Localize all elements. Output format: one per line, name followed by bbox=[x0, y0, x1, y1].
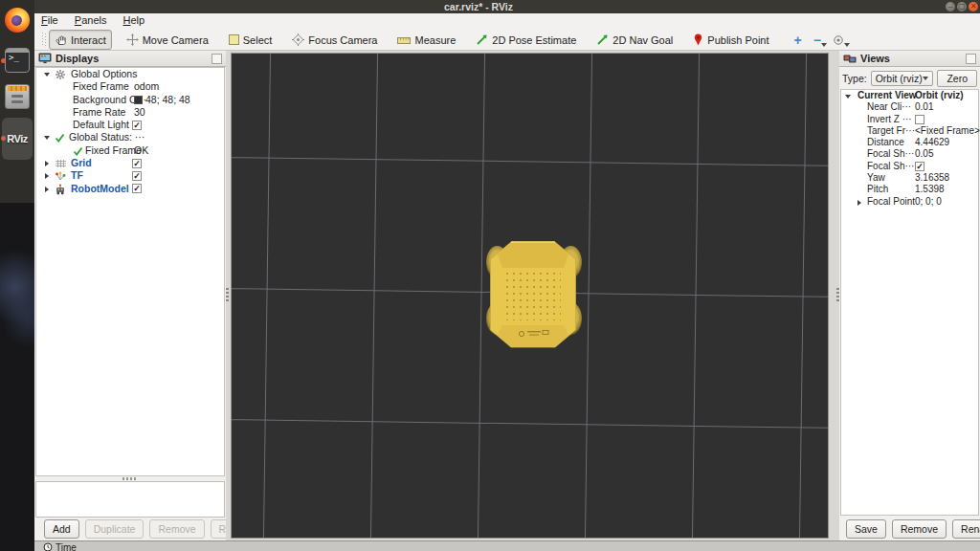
expander-open-icon[interactable] bbox=[44, 73, 50, 77]
publish-point-tool-button[interactable]: Publish Point bbox=[687, 30, 774, 50]
row-value[interactable]: <Fixed Frame> bbox=[915, 125, 980, 137]
checkbox[interactable]: ✓ bbox=[132, 171, 142, 181]
terminal-icon[interactable]: >_ bbox=[5, 48, 30, 73]
row-value[interactable]: 0; 0; 0 bbox=[915, 196, 942, 208]
gear-icon bbox=[55, 69, 66, 80]
display-row-global-status[interactable]: Global Status: ··· bbox=[36, 131, 224, 143]
view-row-target-frame[interactable]: Target Fr··· <Fixed Frame> bbox=[841, 125, 978, 137]
select-tool-button[interactable]: Select bbox=[223, 30, 278, 50]
display-row-fixed-frame[interactable]: Fixed Frame odom bbox=[36, 80, 224, 93]
toolbar-drag-handle[interactable] bbox=[42, 33, 46, 47]
panel-splitter-handle[interactable] bbox=[122, 477, 138, 480]
expander-open-icon[interactable] bbox=[845, 95, 851, 99]
time-panel[interactable]: Time bbox=[34, 540, 980, 551]
nav-goal-tool-button[interactable]: 2D Nav Goal bbox=[590, 30, 679, 50]
row-value[interactable]: 0.01 bbox=[915, 101, 933, 113]
checkbox[interactable] bbox=[915, 115, 924, 124]
row-value[interactable]: 0.05 bbox=[915, 148, 933, 160]
interact-tool-button[interactable]: Interact bbox=[49, 30, 112, 50]
checkbox[interactable]: ✓ bbox=[132, 121, 142, 130]
type-label: Type: bbox=[842, 73, 867, 84]
row-value[interactable]: 30 bbox=[134, 106, 145, 119]
display-row-frame-rate[interactable]: Frame Rate 30 bbox=[36, 106, 224, 119]
view-row-current-view[interactable]: Current View Orbit (rviz) bbox=[841, 90, 978, 101]
checkbox[interactable]: ✓ bbox=[132, 159, 142, 168]
chevron-down-icon bbox=[844, 43, 850, 47]
remove-view-button[interactable]: Remove bbox=[892, 519, 947, 539]
pose-estimate-tool-button[interactable]: 2D Pose Estimate bbox=[470, 30, 582, 50]
panel-float-button[interactable] bbox=[966, 54, 976, 64]
zero-button[interactable]: Zero bbox=[937, 70, 977, 87]
view-row-focal-shape-fixed[interactable]: Focal Sh··· ✓ bbox=[841, 161, 978, 172]
panel-float-button[interactable] bbox=[212, 54, 222, 64]
view-row-distance[interactable]: Distance 4.44629 bbox=[841, 137, 978, 148]
remove-tool-button[interactable]: − bbox=[811, 31, 824, 49]
expander-open-icon[interactable] bbox=[44, 136, 50, 140]
view-row-near-clip[interactable]: Near Cli··· 0.01 bbox=[841, 101, 978, 113]
view-row-focal-shape-size[interactable]: Focal Sh··· 0.05 bbox=[841, 148, 978, 160]
3d-viewport[interactable] bbox=[231, 53, 829, 539]
checkbox[interactable]: ✓ bbox=[915, 162, 924, 171]
terminal-glyph: >_ bbox=[9, 53, 19, 62]
views-panel-title: Views bbox=[860, 53, 890, 64]
row-value[interactable]: 48; 48; 48 bbox=[145, 94, 190, 106]
views-panel: Views Type: Orbit (rviz) Zero Current Vi… bbox=[839, 51, 980, 538]
archive-manager-icon[interactable] bbox=[5, 84, 30, 109]
nav-goal-label: 2D Nav Goal bbox=[612, 34, 673, 46]
view-type-select[interactable]: Orbit (rviz) bbox=[871, 71, 934, 86]
display-row-background-color[interactable]: Background C··· 48; 48; 48 bbox=[36, 94, 224, 106]
row-name: Distance bbox=[867, 137, 904, 148]
view-row-focal-point[interactable]: Focal Point 0; 0; 0 bbox=[841, 196, 978, 208]
row-value[interactable]: 3.16358 bbox=[915, 172, 949, 184]
left-splitter-handle[interactable] bbox=[226, 288, 229, 301]
displays-panel-title: Displays bbox=[56, 53, 99, 64]
expander-closed-icon[interactable] bbox=[45, 161, 49, 166]
maximize-button[interactable]: ▢ bbox=[957, 2, 967, 11]
save-view-button[interactable]: Save bbox=[846, 519, 886, 539]
measure-tool-button[interactable]: Measure bbox=[391, 30, 461, 50]
move-camera-tool-button[interactable]: Move Camera bbox=[121, 30, 214, 50]
remove-display-button[interactable]: Remove bbox=[149, 519, 204, 539]
focus-camera-tool-button[interactable]: Focus Camera bbox=[286, 30, 383, 50]
displays-panel: Displays Global Options Fixed Frame odom… bbox=[34, 51, 226, 538]
display-row-tf[interactable]: TF ✓ bbox=[36, 169, 224, 182]
add-display-button[interactable]: Add bbox=[44, 519, 79, 539]
expander-closed-icon[interactable] bbox=[858, 200, 861, 206]
view-row-pitch[interactable]: Pitch 1.5398 bbox=[841, 184, 978, 195]
menu-help[interactable]: Help bbox=[117, 13, 152, 26]
close-button[interactable]: ✕ bbox=[969, 2, 978, 11]
row-value[interactable]: 4.44629 bbox=[915, 137, 949, 148]
expander-closed-icon[interactable] bbox=[45, 187, 49, 192]
views-panel-header: Views bbox=[839, 51, 980, 67]
view-row-invert-z[interactable]: Invert Z ··· bbox=[841, 114, 978, 125]
checkbox[interactable]: ✓ bbox=[132, 184, 142, 193]
move-camera-label: Move Camera bbox=[143, 34, 209, 46]
add-tool-button[interactable]: + bbox=[791, 31, 805, 49]
expander-closed-icon[interactable] bbox=[45, 173, 49, 179]
display-row-grid[interactable]: Grid ✓ bbox=[36, 157, 224, 169]
target-circle-icon bbox=[833, 34, 844, 46]
select-label: Select bbox=[243, 34, 273, 46]
row-value[interactable]: odom bbox=[134, 80, 159, 93]
row-value[interactable]: 1.5398 bbox=[915, 184, 945, 195]
rviz-dock-icon[interactable]: RViz bbox=[2, 118, 33, 160]
monitor-icon bbox=[38, 53, 52, 64]
tool-properties-button[interactable] bbox=[830, 31, 847, 49]
display-row-default-light[interactable]: Default Light ✓ bbox=[36, 119, 224, 131]
window-titlebar[interactable]: car.rviz* - RViz – ▢ ✕ bbox=[34, 0, 980, 13]
display-row-global-options[interactable]: Global Options bbox=[36, 68, 224, 80]
menu-file[interactable]: File bbox=[34, 13, 65, 26]
color-swatch[interactable] bbox=[134, 96, 143, 104]
display-help-area bbox=[35, 481, 225, 518]
display-row-fixed-frame-status[interactable]: Fixed Frame OK bbox=[36, 144, 224, 157]
view-row-yaw[interactable]: Yaw 3.16358 bbox=[841, 172, 978, 184]
duplicate-display-button[interactable]: Duplicate bbox=[85, 519, 145, 539]
menu-panels[interactable]: Panels bbox=[68, 13, 114, 26]
rename-view-button[interactable]: Rename bbox=[952, 519, 980, 539]
interact-label: Interact bbox=[71, 34, 106, 46]
tf-axes-icon bbox=[55, 170, 66, 182]
display-row-robotmodel[interactable]: RobotModel ✓ bbox=[36, 183, 224, 195]
minus-icon: − bbox=[813, 33, 821, 47]
firefox-icon[interactable] bbox=[5, 8, 30, 33]
minimize-button[interactable]: – bbox=[946, 2, 955, 11]
